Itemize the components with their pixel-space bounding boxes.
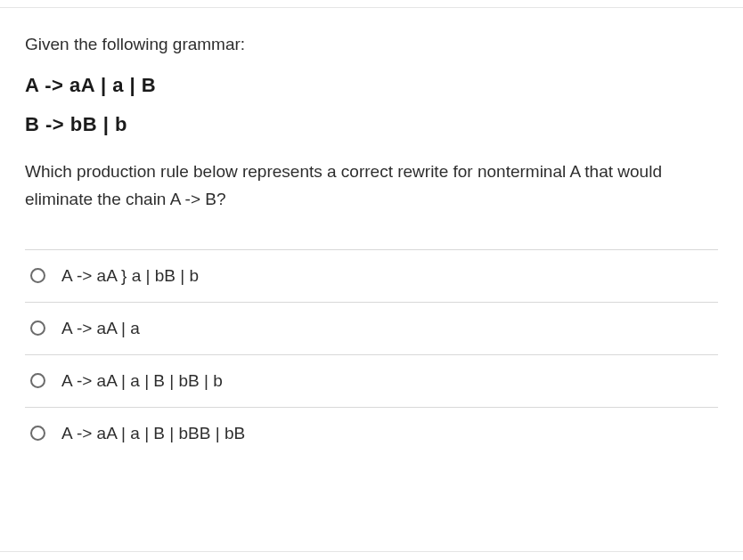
- option-label: A -> aA | a | B | bBB | bB: [61, 424, 245, 443]
- option-label: A -> aA } a | bB | b: [61, 266, 199, 286]
- question-container: Given the following grammar: A -> aA | a…: [0, 7, 743, 552]
- option-label: A -> aA | a: [61, 319, 140, 338]
- grammar-rule-a: A -> aA | a | B: [25, 74, 718, 97]
- option-2[interactable]: A -> aA | a: [25, 303, 718, 355]
- option-1[interactable]: A -> aA } a | bB | b: [25, 250, 718, 303]
- radio-icon[interactable]: [30, 373, 45, 388]
- radio-icon[interactable]: [30, 426, 45, 441]
- question-intro: Given the following grammar:: [25, 35, 718, 54]
- option-label: A -> aA | a | B | bB | b: [61, 371, 223, 391]
- option-4[interactable]: A -> aA | a | B | bBB | bB: [25, 408, 718, 459]
- question-prompt: Which production rule below represents a…: [25, 158, 718, 214]
- radio-icon[interactable]: [30, 321, 45, 336]
- grammar-rule-b: B -> bB | b: [25, 113, 718, 136]
- radio-icon[interactable]: [30, 268, 45, 283]
- options-list: A -> aA } a | bB | b A -> aA | a A -> aA…: [25, 249, 718, 459]
- option-3[interactable]: A -> aA | a | B | bB | b: [25, 355, 718, 408]
